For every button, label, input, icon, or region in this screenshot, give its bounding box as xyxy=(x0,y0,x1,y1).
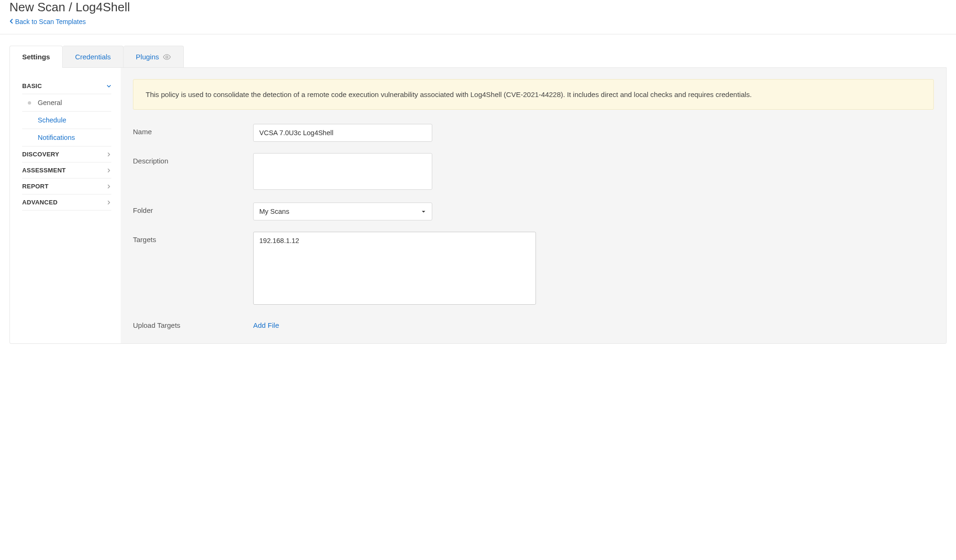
sidebar-section-report[interactable]: REPORT xyxy=(22,179,111,195)
name-input[interactable] xyxy=(253,124,432,142)
main-panel: This policy is used to consolidate the d… xyxy=(121,68,946,343)
dot-icon xyxy=(28,101,31,105)
page-title: New Scan / Log4Shell xyxy=(9,0,947,15)
sidebar-item-notifications-label: Notifications xyxy=(38,134,75,141)
sidebar-item-general[interactable]: General xyxy=(22,94,111,112)
sidebar-section-report-label: REPORT xyxy=(22,183,49,190)
sidebar-item-general-label: General xyxy=(38,99,62,106)
sidebar-section-assessment-label: ASSESSMENT xyxy=(22,167,66,174)
chevron-right-icon xyxy=(107,200,111,205)
eye-icon xyxy=(163,54,171,60)
settings-side-nav: BASIC General Schedule Notifications DIS… xyxy=(10,68,121,343)
chevron-down-icon xyxy=(107,84,111,89)
policy-info-banner: This policy is used to consolidate the d… xyxy=(133,79,934,110)
sidebar-section-assessment[interactable]: ASSESSMENT xyxy=(22,162,111,179)
name-label: Name xyxy=(133,124,253,136)
tab-plugins-label: Plugins xyxy=(136,53,159,61)
chevron-right-icon xyxy=(107,152,111,157)
description-textarea[interactable] xyxy=(253,153,432,190)
sidebar-item-schedule[interactable]: Schedule xyxy=(22,112,111,129)
sidebar-section-advanced[interactable]: ADVANCED xyxy=(22,195,111,211)
tab-settings[interactable]: Settings xyxy=(9,46,63,67)
sidebar-item-schedule-label: Schedule xyxy=(38,116,66,124)
svg-point-0 xyxy=(166,56,168,58)
sidebar-section-advanced-label: ADVANCED xyxy=(22,199,58,206)
upload-targets-label: Upload Targets xyxy=(133,317,253,329)
sidebar-section-discovery-label: DISCOVERY xyxy=(22,151,59,158)
back-to-templates-link[interactable]: Back to Scan Templates xyxy=(9,18,86,25)
folder-label: Folder xyxy=(133,203,253,214)
tab-settings-label: Settings xyxy=(22,53,50,61)
tab-credentials[interactable]: Credentials xyxy=(63,46,124,67)
chevron-left-icon xyxy=(9,18,13,25)
folder-select[interactable]: My Scans xyxy=(253,203,432,220)
description-label: Description xyxy=(133,153,253,165)
chevron-right-icon xyxy=(107,184,111,189)
back-link-label: Back to Scan Templates xyxy=(15,18,86,25)
caret-down-icon xyxy=(421,209,426,214)
folder-select-value: My Scans xyxy=(259,208,289,215)
tab-plugins[interactable]: Plugins xyxy=(124,46,184,67)
chevron-right-icon xyxy=(107,168,111,173)
targets-label: Targets xyxy=(133,232,253,243)
add-file-link[interactable]: Add File xyxy=(253,317,279,329)
targets-textarea[interactable] xyxy=(253,232,536,305)
tab-bar: Settings Credentials Plugins xyxy=(9,46,947,68)
sidebar-section-basic-label: BASIC xyxy=(22,82,42,89)
sidebar-item-notifications[interactable]: Notifications xyxy=(22,129,111,146)
tab-credentials-label: Credentials xyxy=(75,53,111,61)
sidebar-section-basic[interactable]: BASIC xyxy=(22,78,111,94)
sidebar-section-discovery[interactable]: DISCOVERY xyxy=(22,146,111,162)
